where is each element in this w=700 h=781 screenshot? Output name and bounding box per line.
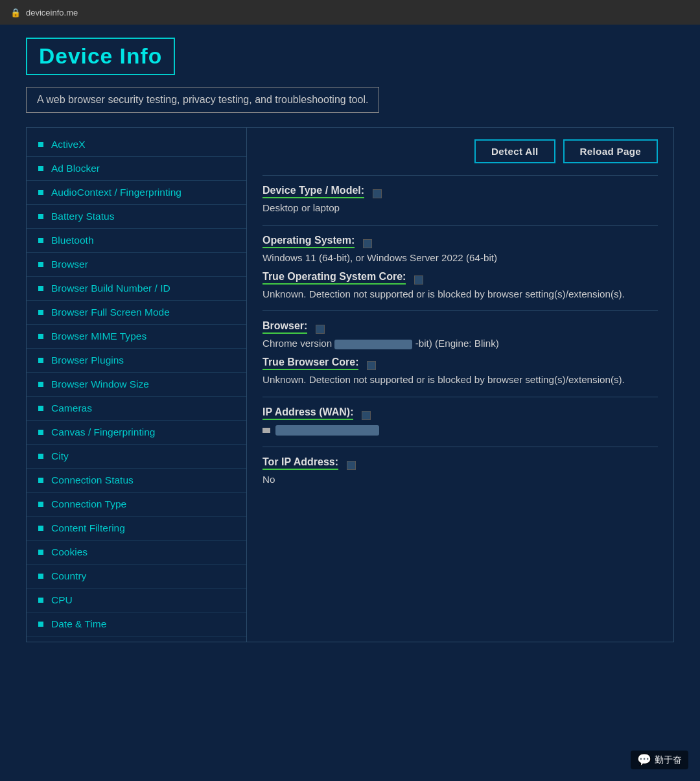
bullet-icon [38, 166, 43, 171]
sidebar-label: Canvas / Fingerprinting [51, 426, 155, 438]
os-value: Windows 11 (64-bit), or Windows Server 2… [262, 251, 658, 266]
divider [262, 225, 658, 226]
copy-browser-icon[interactable] [316, 325, 325, 334]
true-os-value: Unknown. Detection not supported or is b… [262, 287, 658, 302]
bullet-icon [38, 238, 43, 243]
copy-ip-icon[interactable] [362, 411, 371, 420]
sidebar-item-mime[interactable]: Browser MIME Types [27, 325, 246, 349]
sidebar-label: Browser Full Screen Mode [51, 307, 170, 318]
device-type-value: Desktop or laptop [262, 201, 658, 216]
ip-flag-icon [262, 428, 270, 433]
lock-icon: 🔒 [10, 8, 21, 17]
bullet-icon [38, 574, 43, 579]
ip-label: IP Address (WAN): [262, 406, 658, 420]
header-box: Device Info [26, 38, 175, 75]
bullet-icon [38, 430, 43, 435]
watermark-text: 勤于奋 [655, 754, 682, 766]
sidebar-label: Browser [51, 259, 88, 270]
page-title: Device Info [39, 44, 162, 69]
bullet-icon [38, 454, 43, 459]
sidebar-label: Country [51, 570, 86, 582]
sidebar-item-battery[interactable]: Battery Status [27, 205, 246, 229]
browser-value: Chrome version -bit) (Engine: Blink) [262, 336, 658, 351]
sidebar-label: Browser Window Size [51, 379, 149, 390]
sidebar-item-cpu[interactable]: CPU [27, 589, 246, 612]
copy-tor-icon[interactable] [347, 461, 356, 470]
sidebar-item-adblocker[interactable]: Ad Blocker [27, 157, 246, 181]
sidebar-item-windowsize[interactable]: Browser Window Size [27, 373, 246, 397]
sidebar-label: Connection Type [51, 498, 126, 510]
reload-page-button[interactable]: Reload Page [563, 139, 658, 163]
bullet-icon [38, 334, 43, 339]
bullet-icon [38, 550, 43, 555]
watermark: 💬 勤于奋 [631, 751, 688, 769]
true-browser-section: True Browser Core: Unknown. Detection no… [262, 356, 658, 388]
device-type-section: Device Type / Model: Desktop or laptop [262, 185, 658, 216]
tor-value: No [262, 472, 658, 487]
sidebar-item-browser[interactable]: Browser [27, 253, 246, 277]
url-bar: deviceinfo.me [26, 8, 78, 17]
browser-section: Browser: Chrome version -bit) (Engine: B… [262, 320, 658, 351]
browser-value-prefix: Chrome version [262, 338, 334, 349]
tor-label: Tor IP Address: [262, 456, 658, 470]
bullet-icon [38, 214, 43, 219]
sidebar-label: CPU [51, 594, 73, 606]
bullet-icon [38, 622, 43, 627]
os-section: Operating System: Windows 11 (64-bit), o… [262, 235, 658, 266]
browser-value-suffix: -bit) (Engine: Blink) [412, 338, 498, 349]
divider [262, 447, 658, 447]
true-browser-value: Unknown. Detection not supported or is b… [262, 373, 658, 388]
page-wrapper: Device Info A web browser security testi… [0, 25, 700, 781]
copy-device-type-icon[interactable] [373, 189, 382, 198]
bullet-icon [38, 478, 43, 483]
sidebar-item-datetime[interactable]: Date & Time [27, 612, 246, 636]
device-type-label-text: Device Type / Model: [262, 185, 364, 198]
subtitle-box: A web browser security testing, privacy … [26, 87, 379, 113]
browser-version-blurred [334, 340, 412, 349]
sidebar-item-content-filtering[interactable]: Content Filtering [27, 517, 246, 541]
os-label-text: Operating System: [262, 235, 355, 248]
detect-all-button[interactable]: Detect All [474, 139, 555, 163]
bullet-icon [38, 358, 43, 363]
bullet-icon [38, 190, 43, 195]
true-os-label: True Operating System Core: [262, 271, 658, 285]
sidebar-item-cookies[interactable]: Cookies [27, 541, 246, 565]
sidebar-item-browser-build[interactable]: Browser Build Number / ID [27, 277, 246, 301]
bullet-icon [38, 526, 43, 531]
true-browser-label-text: True Browser Core: [262, 356, 358, 370]
sidebar-item-fullscreen[interactable]: Browser Full Screen Mode [27, 301, 246, 325]
copy-os-icon[interactable] [363, 239, 372, 248]
bullet-icon [38, 382, 43, 387]
sidebar-item-bluetooth[interactable]: Bluetooth [27, 229, 246, 253]
sidebar-label: Battery Status [51, 211, 114, 222]
ip-blurred [275, 425, 379, 435]
divider [262, 397, 658, 397]
tor-label-text: Tor IP Address: [262, 456, 338, 470]
sidebar-item-plugins[interactable]: Browser Plugins [27, 349, 246, 373]
os-label: Operating System: [262, 235, 658, 248]
main-layout: ActiveX Ad Blocker AudioContext / Finger… [26, 127, 674, 642]
copy-true-os-icon[interactable] [414, 275, 423, 285]
sidebar-item-connection-type[interactable]: Connection Type [27, 493, 246, 517]
browser-bar: 🔒 deviceinfo.me [0, 0, 700, 25]
sidebar-item-audiocontext[interactable]: AudioContext / Fingerprinting [27, 181, 246, 205]
sidebar-item-country[interactable]: Country [27, 565, 246, 589]
sidebar-item-connection-status[interactable]: Connection Status [27, 469, 246, 493]
bullet-icon [38, 502, 43, 507]
true-browser-label: True Browser Core: [262, 356, 658, 370]
sidebar-label: Date & Time [51, 618, 106, 630]
bullet-icon [38, 310, 43, 315]
sidebar-item-activex[interactable]: ActiveX [27, 133, 246, 157]
copy-true-browser-icon[interactable] [367, 361, 376, 370]
ip-value [262, 423, 658, 437]
ip-section: IP Address (WAN): [262, 406, 658, 437]
bullet-icon [38, 286, 43, 291]
sidebar-item-canvas[interactable]: Canvas / Fingerprinting [27, 421, 246, 445]
sidebar-label: Ad Blocker [51, 163, 100, 174]
sidebar-item-cameras[interactable]: Cameras [27, 397, 246, 421]
sidebar-label: Browser Plugins [51, 355, 124, 366]
sidebar-label: Content Filtering [51, 522, 125, 534]
sidebar-label: City [51, 450, 69, 462]
sidebar-item-city[interactable]: City [27, 445, 246, 469]
sidebar-label: Connection Status [51, 474, 134, 486]
